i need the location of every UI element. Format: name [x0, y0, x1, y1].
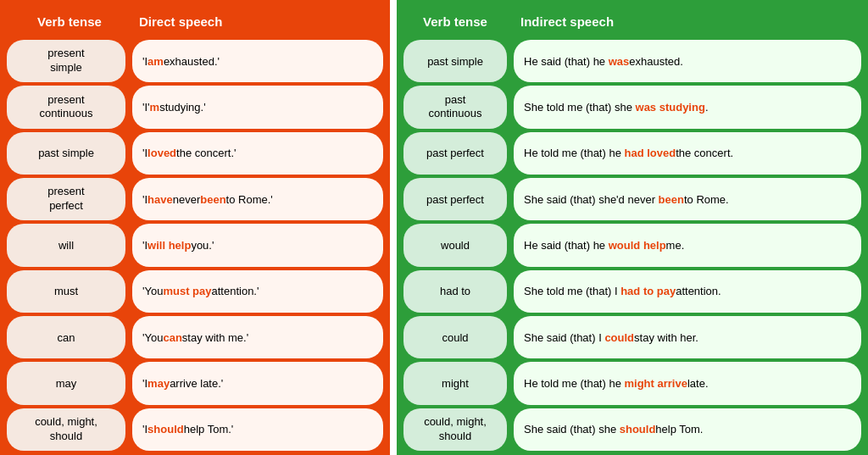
indirect-speech-cell: She told me (that) she was studying.: [514, 86, 861, 128]
indirect-speech-cell: He said (that) he would help me.: [514, 224, 861, 266]
direct-speech-cell: 'You can stay with me.': [132, 316, 383, 358]
direct-speech-cell: 'I have never been to Rome.': [132, 178, 383, 220]
indirect-speech-cell: She said (that) I could stay with her.: [514, 316, 861, 358]
indirect-speech-cell: She told me (that) I had to pay attentio…: [514, 270, 861, 313]
verb-cell-right: might: [403, 362, 507, 404]
direct-speech-cell: 'You must pay attention.': [132, 270, 383, 313]
direct-speech-cell: 'I may arrive late.': [132, 362, 383, 404]
verb-cell: could, might,should: [7, 408, 125, 451]
verb-cell-right: past perfect: [403, 132, 507, 175]
verb-cell: presentperfect: [7, 178, 125, 220]
verb-cell-right: pastcontinuous: [403, 86, 507, 128]
direct-speech-header: Direct speech: [129, 14, 387, 29]
verb-cell: can: [7, 316, 125, 358]
indirect-speech-cell: He said (that) he was exhausted.: [514, 40, 861, 82]
verb-cell: will: [7, 224, 125, 266]
verb-tense-right-header: Verb tense: [400, 14, 510, 29]
indirect-speech-header: Indirect speech: [510, 14, 865, 29]
indirect-speech-cell: He told me (that) he had loved the conce…: [514, 132, 861, 175]
verb-tense-left-header: Verb tense: [3, 14, 129, 29]
direct-speech-cell: 'I am exhausted.': [132, 40, 383, 82]
direct-speech-cell: 'I'm studying.': [132, 86, 383, 128]
verb-cell-right: past simple: [403, 40, 507, 82]
verb-cell-right: could: [403, 316, 507, 358]
verb-cell-right: past perfect: [403, 178, 507, 220]
indirect-speech-cell: She said (that) she'd never been to Rome…: [514, 178, 861, 220]
verb-cell: past simple: [7, 132, 125, 175]
indirect-speech-cell: He told me (that) he might arrive late.: [514, 362, 861, 404]
verb-cell-right: could, might,should: [403, 408, 507, 451]
indirect-speech-cell: She said (that) she should help Tom.: [514, 408, 861, 451]
verb-cell: may: [7, 362, 125, 404]
direct-speech-cell: 'I should help Tom.': [132, 408, 383, 451]
verb-cell: must: [7, 270, 125, 313]
direct-speech-cell: 'I loved the concert.': [132, 132, 383, 175]
verb-cell: presentsimple: [7, 40, 125, 82]
verb-cell-right: had to: [403, 270, 507, 313]
verb-cell: presentcontinuous: [7, 86, 125, 128]
verb-cell-right: would: [403, 224, 507, 266]
direct-speech-cell: 'I will help you.': [132, 224, 383, 266]
